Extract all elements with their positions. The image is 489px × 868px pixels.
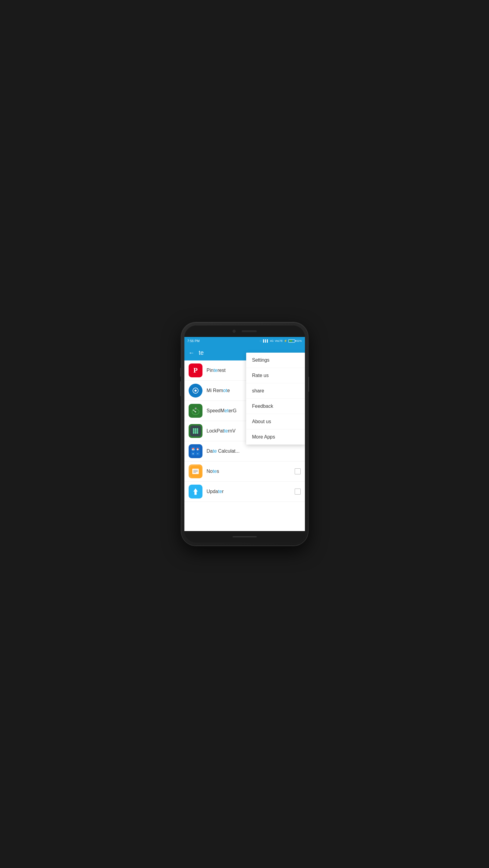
menu-item-settings[interactable]: Settings	[246, 352, 305, 368]
volume-down-button	[180, 381, 182, 396]
menu-item-feedback[interactable]: Feedback	[246, 399, 305, 414]
menu-item-about-us[interactable]: About us	[246, 414, 305, 430]
menu-item-share[interactable]: share	[246, 383, 305, 399]
volume-up-button	[180, 368, 182, 377]
phone-frame: 7:56 PM ··· ▌▌▌ 4G VoLTE ⚡ 61%	[182, 322, 308, 546]
menu-item-rate-us[interactable]: Rate us	[246, 368, 305, 383]
power-button	[308, 377, 309, 392]
menu-item-more-apps[interactable]: More Apps	[246, 430, 305, 444]
earpiece-speaker	[242, 330, 257, 332]
phone-bottom-bar	[185, 531, 305, 542]
home-bar	[233, 536, 257, 537]
dropdown-overlay[interactable]: Settings Rate us share Feedback About us…	[185, 337, 305, 531]
phone-notch	[185, 326, 305, 337]
front-camera	[233, 330, 236, 333]
phone-body: 7:56 PM ··· ▌▌▌ 4G VoLTE ⚡ 61%	[185, 326, 305, 542]
dropdown-menu: Settings Rate us share Feedback About us…	[246, 352, 305, 444]
screen: 7:56 PM ··· ▌▌▌ 4G VoLTE ⚡ 61%	[185, 337, 305, 531]
